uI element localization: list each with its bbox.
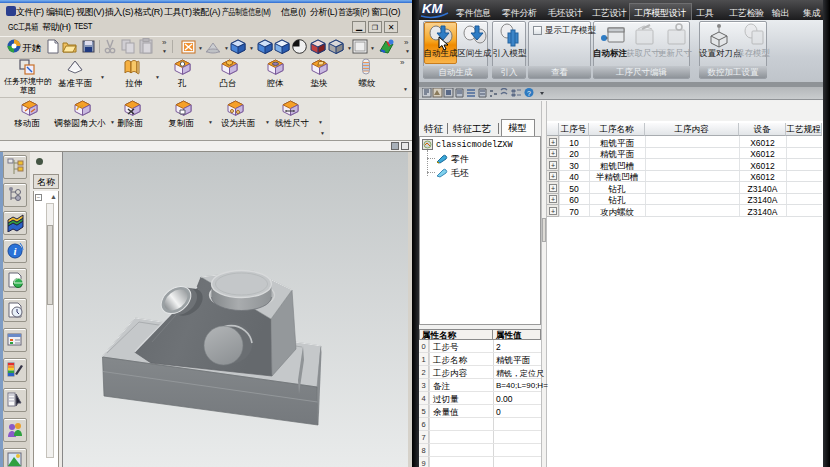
svg-text:?: ? — [527, 90, 531, 97]
